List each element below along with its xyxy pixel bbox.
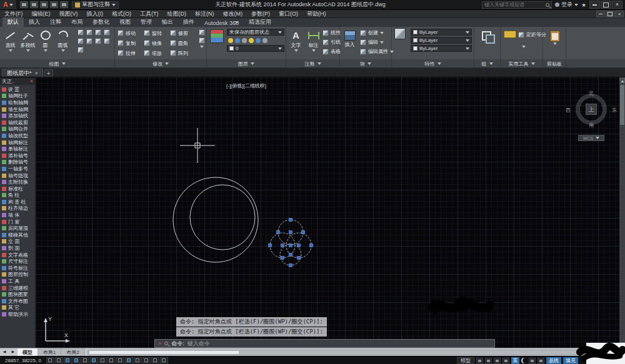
status-mode-toggle[interactable] bbox=[99, 357, 107, 363]
application-menu-button[interactable]: A bbox=[0, 0, 16, 9]
layout-tab[interactable]: 布局2 bbox=[61, 348, 84, 356]
maximize-button[interactable] bbox=[601, 1, 611, 9]
search-input[interactable] bbox=[484, 2, 544, 7]
ime-settings-icon[interactable] bbox=[538, 358, 544, 364]
status-mode-toggle[interactable] bbox=[160, 357, 168, 363]
compass-north-label[interactable]: 北 bbox=[589, 90, 594, 97]
measure-icon[interactable] bbox=[504, 31, 516, 38]
ribbon-tab[interactable]: 输出 bbox=[157, 17, 178, 27]
insert-block-button[interactable]: 插入 bbox=[341, 28, 358, 48]
search-icon[interactable] bbox=[546, 3, 549, 7]
baseline-toggle[interactable]: 基线 bbox=[546, 357, 561, 364]
modify-tool-button[interactable]: 阵列 bbox=[170, 48, 196, 58]
menu-item[interactable]: 格式(O) bbox=[108, 10, 136, 18]
exchange-apps-icon[interactable]: ★ bbox=[581, 2, 586, 8]
close-icon[interactable]: × bbox=[30, 79, 33, 84]
scrollbar-thumb[interactable] bbox=[89, 351, 239, 354]
menu-item[interactable]: 工具(T) bbox=[136, 10, 163, 18]
property-dropdown[interactable]: ByLayer bbox=[411, 37, 472, 44]
sidebar-menu-item[interactable]: 墙生轴网 bbox=[0, 106, 35, 113]
property-dropdown[interactable]: ByLayer bbox=[411, 29, 472, 36]
compass-east-label[interactable]: 东 bbox=[612, 107, 617, 114]
layer-properties-icon[interactable] bbox=[210, 29, 224, 43]
sidebar-menu-item[interactable]: 图层控制 bbox=[0, 272, 35, 278]
sidebar-menu-item[interactable]: 删除轴号 bbox=[0, 159, 35, 166]
sidebar-menu-item[interactable]: 其 它 bbox=[0, 305, 35, 312]
sidebar-menu-item[interactable]: 添加轴线 bbox=[0, 112, 35, 119]
modify-tool-button[interactable]: 移动 bbox=[118, 28, 144, 38]
sidebar-menu-item[interactable]: 添补轴号 bbox=[0, 152, 35, 159]
coordinates-display[interactable]: 28857, 38225, 0 bbox=[0, 358, 46, 363]
panel-label-clipboard[interactable]: 剪贴板 bbox=[543, 59, 566, 68]
quick-view-drawings-icon[interactable] bbox=[485, 358, 492, 364]
status-mode-toggle[interactable] bbox=[72, 357, 81, 363]
quick-view-layouts-icon[interactable] bbox=[476, 358, 483, 364]
scrollbar-thumb[interactable] bbox=[620, 85, 624, 125]
tab-scroll-right-icon[interactable]: ► bbox=[9, 350, 18, 355]
region-icon[interactable] bbox=[86, 38, 92, 44]
divide-tool-button[interactable]: 定距等分 bbox=[518, 31, 546, 39]
sidebar-menu-item[interactable]: 三维建模 bbox=[0, 285, 35, 292]
spline-icon[interactable] bbox=[104, 29, 110, 36]
viewport-controls[interactable]: [-][俯视][二维线框] bbox=[226, 82, 266, 89]
panel-label-modify[interactable]: 修改 bbox=[115, 59, 207, 68]
draw-tool-button[interactable]: 圆弧 bbox=[54, 28, 71, 59]
paste-button[interactable] bbox=[546, 28, 563, 45]
drawing-area[interactable]: [-][俯视][二维线框] 北 南 西 东 上 WCS Y X 命令: 指定对 bbox=[36, 77, 619, 348]
sidebar-menu-item[interactable]: 轴网标注 bbox=[0, 139, 35, 146]
panel-label-groups[interactable]: 组 bbox=[474, 59, 501, 68]
status-mode-toggle[interactable] bbox=[90, 357, 98, 363]
sidebar-menu-item[interactable]: 文字表格 bbox=[0, 252, 35, 258]
hatch-icon[interactable] bbox=[95, 29, 101, 36]
ribbon-tab[interactable]: 参数化 bbox=[88, 17, 114, 27]
panel-label-annotation[interactable]: 注释 bbox=[286, 59, 340, 68]
menu-item[interactable]: 窗口(O) bbox=[274, 10, 302, 18]
ime-keyboard-icon[interactable] bbox=[529, 358, 536, 364]
annotation-tool-button[interactable]: 线性 bbox=[322, 29, 341, 37]
rectangle-icon[interactable] bbox=[78, 29, 84, 36]
draw-tool-button[interactable]: 多段线 bbox=[19, 28, 36, 59]
ribbon-tab[interactable]: 精选应用 bbox=[244, 17, 276, 27]
compass-west-label[interactable]: 西 bbox=[566, 107, 571, 114]
doc-minimize-button[interactable] bbox=[596, 11, 605, 17]
ribbon-tab[interactable]: 视图 bbox=[114, 17, 136, 27]
menu-item[interactable]: 参数(P) bbox=[247, 10, 274, 18]
layer-isolate-icon[interactable] bbox=[256, 38, 261, 43]
new-drawing-button[interactable]: + bbox=[44, 69, 53, 77]
ribbon-tab[interactable]: 插件 bbox=[178, 17, 199, 27]
ribbon-tab[interactable]: 插入 bbox=[24, 17, 45, 27]
erase-icon[interactable] bbox=[199, 29, 205, 36]
horizontal-scrollbar[interactable] bbox=[88, 350, 622, 355]
ribbon-minimize-icon[interactable] bbox=[235, 21, 239, 24]
modify-tool-button[interactable]: 镜像 bbox=[144, 38, 170, 48]
ray-icon[interactable] bbox=[78, 47, 84, 53]
command-input[interactable]: 键入命令 bbox=[188, 340, 210, 348]
panel-label-layers[interactable]: 图层 bbox=[207, 59, 286, 68]
sidebar-menu-item[interactable]: 单轴标注 bbox=[0, 145, 35, 152]
status-mode-toggle[interactable] bbox=[125, 357, 133, 363]
layer-lock-icon[interactable] bbox=[242, 38, 247, 43]
sidebar-menu-item[interactable]: 轴线裁剪 bbox=[0, 119, 35, 126]
group-icon[interactable] bbox=[481, 29, 494, 42]
menu-item[interactable]: 文件(F) bbox=[0, 10, 28, 18]
status-mode-toggle[interactable] bbox=[64, 357, 72, 363]
sidebar-menu-item[interactable]: 轴号隐现 bbox=[0, 172, 35, 179]
menu-item[interactable]: 标注(N) bbox=[191, 10, 219, 18]
status-mode-toggle[interactable] bbox=[55, 357, 63, 363]
modify-tool-button[interactable]: 修剪 bbox=[170, 28, 196, 38]
modify-tool-button[interactable]: 旋转 bbox=[144, 28, 170, 38]
menu-item[interactable]: 修改(M) bbox=[219, 10, 248, 18]
property-dropdown[interactable]: ByLayer bbox=[411, 45, 472, 52]
sidebar-menu-item[interactable]: 轴网合并 bbox=[0, 126, 35, 133]
point-icon[interactable] bbox=[78, 38, 84, 44]
sign-in-button[interactable]: 登录 bbox=[555, 1, 578, 9]
donut-icon[interactable] bbox=[104, 38, 110, 44]
compass-top-face[interactable]: 上 bbox=[586, 104, 597, 115]
close-button[interactable]: × bbox=[612, 1, 622, 9]
undo-icon[interactable] bbox=[50, 1, 58, 8]
ribbon-tab[interactable]: 默认 bbox=[2, 17, 24, 27]
status-mode-toggle[interactable] bbox=[81, 357, 89, 363]
layer-color-icon[interactable] bbox=[249, 38, 254, 43]
sidebar-menu-item[interactable]: 尺寸标注 bbox=[0, 258, 35, 265]
doc-close-button[interactable]: × bbox=[615, 11, 624, 17]
